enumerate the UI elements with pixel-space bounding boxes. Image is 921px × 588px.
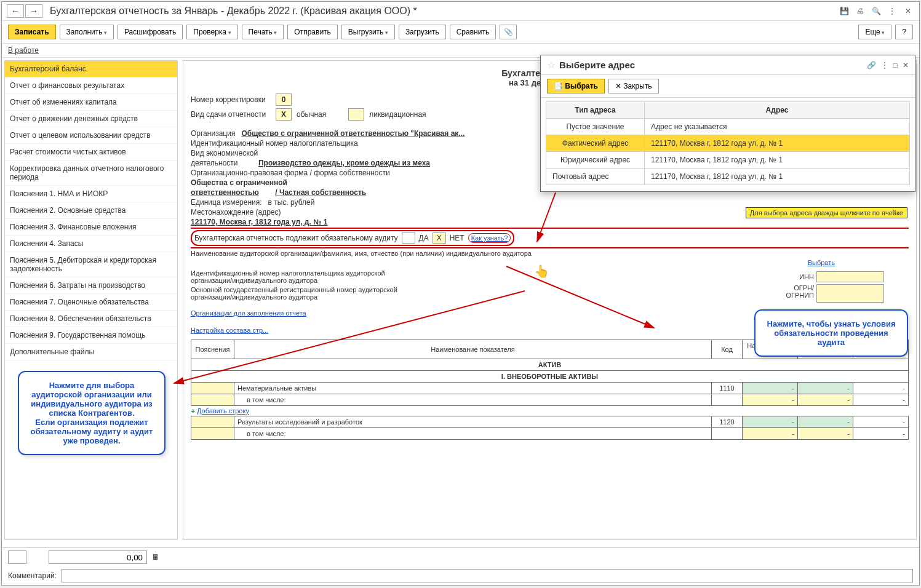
- popup-row-actual[interactable]: Фактический адрес121170, Москва г, 1812 …: [546, 135, 910, 152]
- help-button[interactable]: ?: [895, 25, 913, 39]
- popup-select-button[interactable]: 📑 Выбрать: [547, 79, 605, 93]
- sidebar-item-expl3[interactable]: Пояснения 3. Финансовые вложения: [5, 219, 177, 236]
- popup-row-postal[interactable]: Почтовый адрес121170, Москва г, 1812 год…: [546, 169, 910, 185]
- titlebar: ← → Бухгалтерская отчетность за Январь -…: [2, 2, 919, 21]
- more-button[interactable]: Еще: [858, 25, 891, 39]
- sidebar-item-netassets[interactable]: Расчет стоимости чистых активов: [5, 144, 177, 161]
- save-icon[interactable]: 💾: [838, 5, 850, 17]
- cell-2021-incl1[interactable]: -: [798, 394, 853, 406]
- sidebar-item-capital[interactable]: Отчет об изменениях капитала: [5, 94, 177, 111]
- popup-row-legal[interactable]: Юридический адрес121170, Москва г, 1812 …: [546, 152, 910, 169]
- cell-2021-1110[interactable]: -: [798, 383, 853, 394]
- aud-ogrn-input[interactable]: [816, 284, 884, 303]
- sidebar-item-files[interactable]: Дополнительные файлы: [5, 344, 177, 360]
- import-button[interactable]: Загрузить: [399, 25, 446, 39]
- sidebar-item-expl9[interactable]: Пояснения 9. Государственная помощь: [5, 327, 177, 344]
- fill-button[interactable]: Заполнить: [60, 25, 114, 39]
- popup-th-addr: Адрес: [645, 102, 910, 119]
- footer-sum-input[interactable]: [49, 550, 147, 564]
- cell-2020-1110[interactable]: -: [853, 383, 909, 394]
- aud-inn-input[interactable]: [816, 271, 884, 282]
- hand-cursor-icon: 👆: [534, 264, 549, 279]
- footer: 🖩 Комментарий:: [2, 547, 919, 585]
- cell-expl-incl1[interactable]: [191, 394, 234, 406]
- popup-close-button[interactable]: ✕ Закрыть: [608, 79, 659, 93]
- audit-yes-check[interactable]: [402, 232, 415, 244]
- cell-2020-incl1[interactable]: -: [853, 394, 909, 406]
- type-regular-check[interactable]: X: [276, 108, 292, 121]
- audit-how-link[interactable]: Как узнать?: [468, 233, 511, 243]
- cell-name-1110: Нематериальные активы: [234, 383, 712, 394]
- org-fill-link[interactable]: Организации для заполнения отчета: [191, 309, 306, 317]
- menu-icon[interactable]: ⋮: [886, 5, 898, 17]
- send-button[interactable]: Отправить: [287, 25, 338, 39]
- sidebar-item-expl1[interactable]: Пояснения 1. НМА и НИОКР: [5, 186, 177, 202]
- addr-value[interactable]: 121170, Москва г, 1812 года ул, д. № 1: [191, 218, 909, 226]
- close-icon[interactable]: ✕: [902, 5, 914, 17]
- sidebar-item-expl7[interactable]: Пояснения 7. Оценочные обязательства: [5, 294, 177, 311]
- sidebar-item-correction[interactable]: Корректировка данных отчетного налоговог…: [5, 161, 177, 186]
- compare-button[interactable]: Сравнить: [450, 25, 496, 39]
- main-window: ← → Бухгалтерская отчетность за Январь -…: [1, 1, 920, 586]
- aud-inn-label2: организации/индивидуального аудитора: [191, 277, 385, 284]
- cell-2022-incl2[interactable]: -: [743, 428, 798, 440]
- sidebar-item-cashflow[interactable]: Отчет о движении денежных средств: [5, 111, 177, 127]
- popup-maximize-icon[interactable]: □: [893, 61, 898, 70]
- addr-tooltip: Для выбора адреса дважды щелкните по яче…: [746, 207, 907, 218]
- popup-row-empty[interactable]: Пустое значениеАдрес не указывается: [546, 119, 910, 135]
- cell-incl1: в том числе:: [234, 394, 712, 406]
- calc-icon[interactable]: 🖩: [152, 553, 159, 562]
- preview-icon[interactable]: 🔍: [870, 5, 882, 17]
- sidebar-item-expl5[interactable]: Пояснения 5. Дебиторская и кредиторская …: [5, 252, 177, 277]
- aud-select-link[interactable]: Выбрать: [808, 259, 835, 266]
- status-link[interactable]: В работе: [8, 46, 39, 55]
- cell-2022-1110[interactable]: -: [743, 383, 798, 394]
- cell-2022-1120[interactable]: -: [743, 416, 798, 428]
- attach-button[interactable]: 📎: [500, 25, 517, 39]
- cell-expl-incl2[interactable]: [191, 428, 234, 440]
- cell-2020-incl2[interactable]: -: [853, 428, 909, 440]
- cell-2022-incl1[interactable]: -: [743, 394, 798, 406]
- footer-small-input[interactable]: [8, 550, 26, 564]
- print-icon[interactable]: 🖨: [854, 5, 866, 17]
- sidebar-item-target[interactable]: Отчет о целевом использовании средств: [5, 127, 177, 144]
- star-icon[interactable]: ☆: [547, 59, 556, 71]
- sidebar-item-expl6[interactable]: Пояснения 6. Затраты на производство: [5, 277, 177, 294]
- popup-close-icon[interactable]: ✕: [903, 61, 909, 70]
- form-value2[interactable]: ответственностью: [191, 188, 259, 197]
- rows-config-link[interactable]: Настройка состава стр...: [191, 327, 268, 334]
- audit-no-label: НЕТ: [450, 234, 464, 242]
- add-row-link[interactable]: Добавить строку: [197, 407, 249, 415]
- popup-menu-icon[interactable]: ⋮: [881, 61, 888, 70]
- type-liquid-label: ликвидационная: [369, 110, 426, 119]
- check-button[interactable]: Проверка: [186, 25, 237, 39]
- sidebar-item-finresults[interactable]: Отчет о финансовых результатах: [5, 77, 177, 94]
- print-button[interactable]: Печать: [242, 25, 284, 39]
- sidebar-item-expl4[interactable]: Пояснения 4. Запасы: [5, 236, 177, 252]
- org-value[interactable]: Общество с ограниченной ответственностью…: [241, 129, 464, 138]
- th-code: Код: [712, 340, 743, 359]
- sidebar-item-expl8[interactable]: Пояснения 8. Обеспечения обязательств: [5, 311, 177, 327]
- unit-label: Единица измерения:: [191, 198, 262, 207]
- cell-2021-incl2[interactable]: -: [798, 428, 853, 440]
- forward-button[interactable]: →: [25, 4, 42, 18]
- cell-2021-1120[interactable]: -: [798, 416, 853, 428]
- sidebar-item-balance[interactable]: Бухгалтерский баланс: [5, 61, 177, 77]
- comment-input[interactable]: [62, 569, 913, 582]
- cell-expl-1110[interactable]: [191, 383, 234, 394]
- activity-value[interactable]: Производство одежды, кроме одежды из мех…: [258, 159, 430, 167]
- sidebar-item-expl2[interactable]: Пояснения 2. Основные средства: [5, 202, 177, 219]
- audit-no-check[interactable]: X: [433, 232, 446, 244]
- popup-link-icon[interactable]: 🔗: [867, 61, 876, 70]
- corr-value[interactable]: 0: [276, 93, 292, 106]
- audit-label: Бухгалтерская отчетность подлежит обязат…: [194, 234, 398, 242]
- cell-2020-1120[interactable]: -: [853, 416, 909, 428]
- cell-incl2: в том числе:: [234, 428, 712, 440]
- form-value3[interactable]: / Частная собственность: [275, 188, 366, 197]
- export-button[interactable]: Выгрузить: [341, 25, 395, 39]
- cell-expl-1120[interactable]: [191, 416, 234, 428]
- decrypt-button[interactable]: Расшифровать: [118, 25, 183, 39]
- write-button[interactable]: Записать: [8, 25, 56, 39]
- type-liquid-check[interactable]: [348, 108, 364, 121]
- back-button[interactable]: ←: [7, 4, 24, 18]
